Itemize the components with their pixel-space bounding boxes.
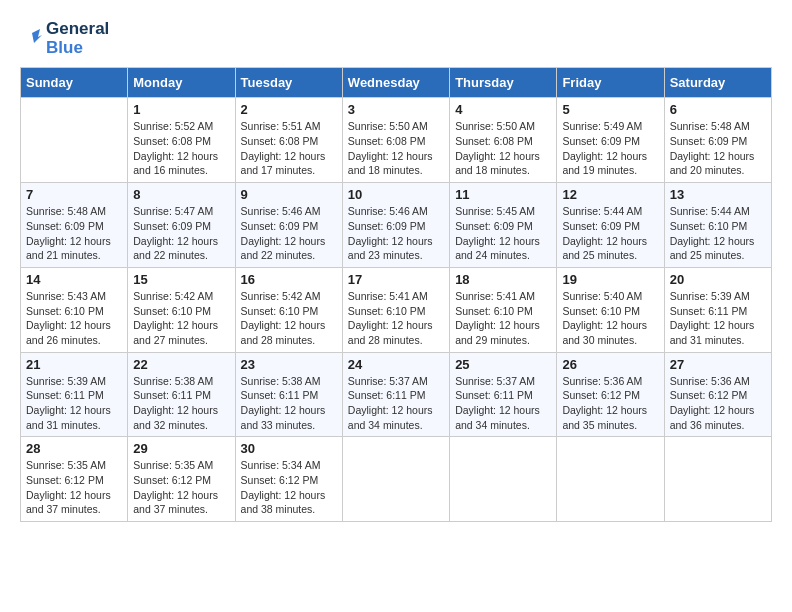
cell-sunrise: Sunrise: 5:50 AMSunset: 6:08 PMDaylight:… xyxy=(455,120,540,176)
calendar-cell: 26Sunrise: 5:36 AMSunset: 6:12 PMDayligh… xyxy=(557,352,664,437)
day-number: 2 xyxy=(241,102,337,117)
day-number: 7 xyxy=(26,187,122,202)
calendar-cell: 7Sunrise: 5:48 AMSunset: 6:09 PMDaylight… xyxy=(21,183,128,268)
day-number: 20 xyxy=(670,272,766,287)
cell-sunrise: Sunrise: 5:48 AMSunset: 6:09 PMDaylight:… xyxy=(670,120,755,176)
calendar-cell: 3Sunrise: 5:50 AMSunset: 6:08 PMDaylight… xyxy=(342,98,449,183)
bird-icon xyxy=(20,29,42,49)
day-number: 6 xyxy=(670,102,766,117)
calendar-cell xyxy=(557,437,664,522)
header-cell-friday: Friday xyxy=(557,68,664,98)
header-cell-monday: Monday xyxy=(128,68,235,98)
week-row-4: 21Sunrise: 5:39 AMSunset: 6:11 PMDayligh… xyxy=(21,352,772,437)
day-number: 27 xyxy=(670,357,766,372)
cell-sunrise: Sunrise: 5:44 AMSunset: 6:10 PMDaylight:… xyxy=(670,205,755,261)
calendar-cell: 20Sunrise: 5:39 AMSunset: 6:11 PMDayligh… xyxy=(664,267,771,352)
calendar-cell: 16Sunrise: 5:42 AMSunset: 6:10 PMDayligh… xyxy=(235,267,342,352)
calendar-cell: 17Sunrise: 5:41 AMSunset: 6:10 PMDayligh… xyxy=(342,267,449,352)
day-number: 29 xyxy=(133,441,229,456)
calendar-cell: 21Sunrise: 5:39 AMSunset: 6:11 PMDayligh… xyxy=(21,352,128,437)
day-number: 30 xyxy=(241,441,337,456)
day-number: 28 xyxy=(26,441,122,456)
calendar-cell xyxy=(21,98,128,183)
svg-marker-0 xyxy=(32,29,42,43)
calendar-body: 1Sunrise: 5:52 AMSunset: 6:08 PMDaylight… xyxy=(21,98,772,522)
day-number: 25 xyxy=(455,357,551,372)
calendar-cell: 15Sunrise: 5:42 AMSunset: 6:10 PMDayligh… xyxy=(128,267,235,352)
day-number: 16 xyxy=(241,272,337,287)
logo-general: General xyxy=(46,20,109,39)
cell-sunrise: Sunrise: 5:35 AMSunset: 6:12 PMDaylight:… xyxy=(26,459,111,515)
header-cell-wednesday: Wednesday xyxy=(342,68,449,98)
cell-sunrise: Sunrise: 5:52 AMSunset: 6:08 PMDaylight:… xyxy=(133,120,218,176)
calendar-cell: 19Sunrise: 5:40 AMSunset: 6:10 PMDayligh… xyxy=(557,267,664,352)
calendar-cell: 30Sunrise: 5:34 AMSunset: 6:12 PMDayligh… xyxy=(235,437,342,522)
cell-sunrise: Sunrise: 5:47 AMSunset: 6:09 PMDaylight:… xyxy=(133,205,218,261)
calendar-cell xyxy=(342,437,449,522)
calendar-cell: 13Sunrise: 5:44 AMSunset: 6:10 PMDayligh… xyxy=(664,183,771,268)
calendar-cell: 18Sunrise: 5:41 AMSunset: 6:10 PMDayligh… xyxy=(450,267,557,352)
header: General Blue xyxy=(20,20,772,57)
cell-sunrise: Sunrise: 5:35 AMSunset: 6:12 PMDaylight:… xyxy=(133,459,218,515)
header-cell-sunday: Sunday xyxy=(21,68,128,98)
day-number: 14 xyxy=(26,272,122,287)
day-number: 10 xyxy=(348,187,444,202)
day-number: 22 xyxy=(133,357,229,372)
calendar-cell: 22Sunrise: 5:38 AMSunset: 6:11 PMDayligh… xyxy=(128,352,235,437)
day-number: 13 xyxy=(670,187,766,202)
cell-sunrise: Sunrise: 5:42 AMSunset: 6:10 PMDaylight:… xyxy=(241,290,326,346)
calendar-cell: 23Sunrise: 5:38 AMSunset: 6:11 PMDayligh… xyxy=(235,352,342,437)
cell-sunrise: Sunrise: 5:37 AMSunset: 6:11 PMDaylight:… xyxy=(455,375,540,431)
cell-sunrise: Sunrise: 5:34 AMSunset: 6:12 PMDaylight:… xyxy=(241,459,326,515)
header-cell-thursday: Thursday xyxy=(450,68,557,98)
logo-blue: Blue xyxy=(46,39,109,58)
day-number: 8 xyxy=(133,187,229,202)
cell-sunrise: Sunrise: 5:38 AMSunset: 6:11 PMDaylight:… xyxy=(133,375,218,431)
cell-sunrise: Sunrise: 5:51 AMSunset: 6:08 PMDaylight:… xyxy=(241,120,326,176)
cell-sunrise: Sunrise: 5:41 AMSunset: 6:10 PMDaylight:… xyxy=(455,290,540,346)
week-row-5: 28Sunrise: 5:35 AMSunset: 6:12 PMDayligh… xyxy=(21,437,772,522)
calendar-cell: 6Sunrise: 5:48 AMSunset: 6:09 PMDaylight… xyxy=(664,98,771,183)
day-number: 9 xyxy=(241,187,337,202)
day-number: 4 xyxy=(455,102,551,117)
calendar-cell: 9Sunrise: 5:46 AMSunset: 6:09 PMDaylight… xyxy=(235,183,342,268)
cell-sunrise: Sunrise: 5:36 AMSunset: 6:12 PMDaylight:… xyxy=(670,375,755,431)
cell-sunrise: Sunrise: 5:49 AMSunset: 6:09 PMDaylight:… xyxy=(562,120,647,176)
day-number: 21 xyxy=(26,357,122,372)
logo: General Blue xyxy=(20,20,109,57)
cell-sunrise: Sunrise: 5:39 AMSunset: 6:11 PMDaylight:… xyxy=(26,375,111,431)
day-number: 12 xyxy=(562,187,658,202)
cell-sunrise: Sunrise: 5:38 AMSunset: 6:11 PMDaylight:… xyxy=(241,375,326,431)
day-number: 18 xyxy=(455,272,551,287)
calendar-cell: 10Sunrise: 5:46 AMSunset: 6:09 PMDayligh… xyxy=(342,183,449,268)
calendar-table: SundayMondayTuesdayWednesdayThursdayFrid… xyxy=(20,67,772,522)
day-number: 3 xyxy=(348,102,444,117)
day-number: 17 xyxy=(348,272,444,287)
calendar-cell xyxy=(664,437,771,522)
day-number: 5 xyxy=(562,102,658,117)
calendar-cell: 25Sunrise: 5:37 AMSunset: 6:11 PMDayligh… xyxy=(450,352,557,437)
cell-sunrise: Sunrise: 5:42 AMSunset: 6:10 PMDaylight:… xyxy=(133,290,218,346)
day-number: 23 xyxy=(241,357,337,372)
calendar-header-row: SundayMondayTuesdayWednesdayThursdayFrid… xyxy=(21,68,772,98)
day-number: 11 xyxy=(455,187,551,202)
cell-sunrise: Sunrise: 5:39 AMSunset: 6:11 PMDaylight:… xyxy=(670,290,755,346)
cell-sunrise: Sunrise: 5:45 AMSunset: 6:09 PMDaylight:… xyxy=(455,205,540,261)
calendar-cell: 14Sunrise: 5:43 AMSunset: 6:10 PMDayligh… xyxy=(21,267,128,352)
calendar-cell: 24Sunrise: 5:37 AMSunset: 6:11 PMDayligh… xyxy=(342,352,449,437)
cell-sunrise: Sunrise: 5:36 AMSunset: 6:12 PMDaylight:… xyxy=(562,375,647,431)
day-number: 1 xyxy=(133,102,229,117)
cell-sunrise: Sunrise: 5:44 AMSunset: 6:09 PMDaylight:… xyxy=(562,205,647,261)
calendar-cell: 27Sunrise: 5:36 AMSunset: 6:12 PMDayligh… xyxy=(664,352,771,437)
header-cell-tuesday: Tuesday xyxy=(235,68,342,98)
week-row-2: 7Sunrise: 5:48 AMSunset: 6:09 PMDaylight… xyxy=(21,183,772,268)
calendar-cell: 11Sunrise: 5:45 AMSunset: 6:09 PMDayligh… xyxy=(450,183,557,268)
calendar-cell xyxy=(450,437,557,522)
day-number: 19 xyxy=(562,272,658,287)
calendar-cell: 29Sunrise: 5:35 AMSunset: 6:12 PMDayligh… xyxy=(128,437,235,522)
calendar-cell: 8Sunrise: 5:47 AMSunset: 6:09 PMDaylight… xyxy=(128,183,235,268)
week-row-3: 14Sunrise: 5:43 AMSunset: 6:10 PMDayligh… xyxy=(21,267,772,352)
day-number: 26 xyxy=(562,357,658,372)
cell-sunrise: Sunrise: 5:37 AMSunset: 6:11 PMDaylight:… xyxy=(348,375,433,431)
cell-sunrise: Sunrise: 5:46 AMSunset: 6:09 PMDaylight:… xyxy=(241,205,326,261)
